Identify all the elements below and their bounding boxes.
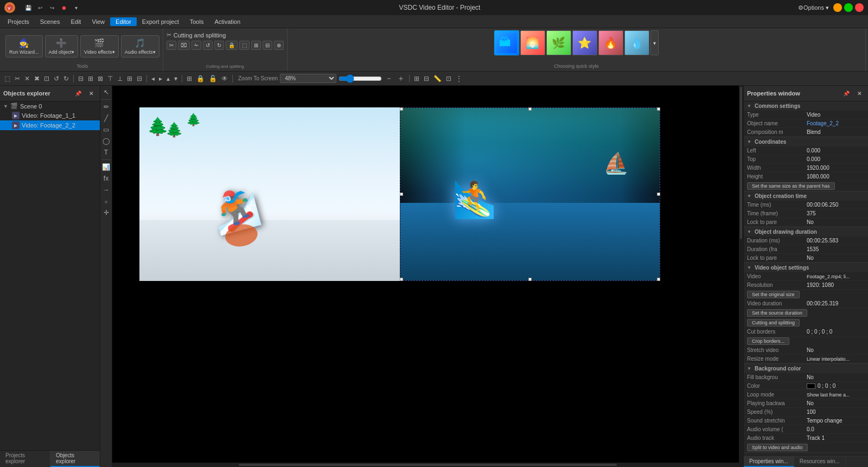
quick-style-4[interactable]: ⭐ bbox=[572, 30, 597, 55]
quick-access-btn[interactable]: 💾 bbox=[23, 2, 34, 13]
maximize-btn[interactable] bbox=[844, 3, 853, 12]
set-source-dur-btn[interactable]: Set the source duration bbox=[747, 309, 807, 317]
video-settings-header[interactable]: ▼Video object settings bbox=[744, 263, 868, 272]
menu-activation[interactable]: Activation bbox=[209, 17, 246, 26]
split-audio-btn[interactable]: Split to video and audio bbox=[747, 444, 808, 451]
ellipse-tool[interactable]: ◯ bbox=[101, 136, 112, 146]
undo-tool[interactable]: ↺ bbox=[53, 74, 60, 84]
lock-tool[interactable]: 🔒 bbox=[195, 74, 206, 84]
background-color-header[interactable]: ▼Background color bbox=[744, 364, 868, 373]
tab-properties-window[interactable]: Properties win... bbox=[744, 457, 794, 467]
undo-cut-btn[interactable]: ↺ bbox=[203, 41, 213, 50]
menu-edit[interactable]: Edit bbox=[65, 17, 86, 26]
pin-properties-btn[interactable]: 📌 bbox=[841, 88, 852, 99]
audio-effects-btn[interactable]: 🎵 Audio effects▾ bbox=[121, 35, 159, 57]
set-original-size-btn[interactable]: Set the original size bbox=[747, 291, 800, 298]
align-left-tool[interactable]: ⊟ bbox=[77, 74, 85, 84]
move-up-tool[interactable]: ▴ bbox=[165, 74, 171, 84]
split-btn[interactable]: ⌧ bbox=[178, 41, 190, 50]
group-tool[interactable]: ⊞ bbox=[186, 74, 193, 84]
quick-style-2[interactable]: 🌅 bbox=[520, 30, 545, 55]
prev-frame-tool[interactable]: ◂ bbox=[150, 74, 156, 84]
v-scrollbar-thumb[interactable] bbox=[740, 87, 742, 239]
zoom-in-tool[interactable]: ＋ bbox=[396, 73, 406, 85]
menu-editor[interactable]: Editor bbox=[110, 17, 137, 26]
align-right-tool[interactable]: ⊠ bbox=[97, 74, 104, 84]
move-down-tool[interactable]: ▾ bbox=[173, 74, 178, 84]
expand-btn[interactable]: ⊕ bbox=[274, 41, 284, 50]
tree-item-footage1[interactable]: ▶ Video: Footage_1_1 bbox=[0, 111, 100, 120]
lock-btn[interactable]: 🔒 bbox=[226, 41, 238, 50]
tree-item-footage2[interactable]: ▶ Video: Footage_2_2 bbox=[0, 120, 100, 130]
chart-tool[interactable]: 📊 bbox=[101, 162, 112, 172]
same-size-btn[interactable]: Set the same size as the parent has bbox=[747, 182, 835, 190]
group-btn[interactable]: ⬚ bbox=[239, 41, 250, 50]
quick-style-5[interactable]: 🔥 bbox=[598, 30, 623, 55]
rect-tool[interactable]: ▭ bbox=[101, 124, 112, 135]
eye-tool[interactable]: 👁 bbox=[220, 74, 229, 84]
handle-ml[interactable] bbox=[400, 193, 403, 196]
lasso-tool[interactable]: ⬦ bbox=[101, 196, 112, 207]
arrow2-tool[interactable]: → bbox=[101, 184, 112, 195]
arrow-tool[interactable]: ↖ bbox=[101, 87, 112, 98]
pin-panel-btn[interactable]: 📌 bbox=[73, 88, 84, 99]
zoom-slider[interactable] bbox=[339, 74, 382, 83]
zoom-out-tool[interactable]: － bbox=[384, 73, 394, 85]
snapping-tool[interactable]: ⊞ bbox=[413, 74, 420, 84]
menu-view[interactable]: View bbox=[86, 17, 110, 26]
pen-tool[interactable]: ✏ bbox=[101, 101, 112, 112]
record-btn[interactable]: ⏺ bbox=[59, 2, 69, 13]
quick-style-3[interactable]: 🌿 bbox=[546, 30, 571, 55]
delete-tool[interactable]: ✕ bbox=[23, 74, 31, 84]
options-menu[interactable]: ⚙Options ▾ bbox=[798, 4, 829, 11]
more-btn[interactable]: ▾ bbox=[71, 2, 81, 13]
unlock-tool[interactable]: 🔓 bbox=[208, 74, 218, 84]
close-panel-btn[interactable]: ✕ bbox=[86, 88, 97, 99]
scene-expand-icon[interactable]: ▼ bbox=[3, 104, 8, 109]
tab-projects-explorer[interactable]: Projects explorer bbox=[0, 451, 50, 467]
crop-borders-btn[interactable]: Crop borders... bbox=[747, 337, 789, 345]
zoom-select[interactable]: 48% 25% 50% 75% 100% Zoom To Screen bbox=[280, 74, 336, 83]
merge-btn[interactable]: ⊞ bbox=[251, 41, 261, 50]
tab-resources-window[interactable]: Resources win... bbox=[794, 457, 846, 467]
move-tool[interactable]: ✛ bbox=[101, 207, 112, 218]
cut-tool[interactable]: ✂ bbox=[14, 74, 21, 84]
video-effects-btn[interactable]: 🎬 Video effects▾ bbox=[80, 35, 119, 57]
menu-scenes[interactable]: Scenes bbox=[35, 17, 66, 26]
close-properties-btn[interactable]: ✕ bbox=[854, 88, 865, 99]
handle-mr[interactable] bbox=[657, 193, 660, 196]
cross-tool[interactable]: ✖ bbox=[33, 74, 41, 84]
cut2-btn[interactable]: ✁ bbox=[192, 41, 201, 50]
handle-tm[interactable] bbox=[528, 107, 532, 111]
align-btn[interactable]: ⊟ bbox=[263, 41, 272, 50]
menu-export[interactable]: Export project bbox=[137, 17, 184, 26]
h-scrollbar-thumb[interactable] bbox=[239, 464, 617, 466]
next-frame-tool[interactable]: ▸ bbox=[158, 74, 163, 84]
drawing-duration-header[interactable]: ▼Object drawing duration bbox=[744, 227, 868, 236]
safe-zone-tool[interactable]: ⊡ bbox=[445, 74, 452, 84]
quick-style-6[interactable]: 💧 bbox=[624, 30, 649, 55]
select-tool[interactable]: ⬚ bbox=[3, 74, 11, 84]
grid-tool[interactable]: ⊟ bbox=[423, 74, 430, 84]
more-view-tool[interactable]: ⋮ bbox=[455, 74, 463, 84]
common-settings-header[interactable]: ▼Common settings bbox=[744, 101, 868, 111]
more-styles-btn[interactable]: ▾ bbox=[650, 30, 659, 55]
tab-objects-explorer[interactable]: Objects explorer bbox=[50, 451, 100, 467]
align-top-tool[interactable]: ⊤ bbox=[106, 74, 114, 84]
add-object-btn[interactable]: ➕ Add object▾ bbox=[45, 35, 79, 57]
quick-style-1[interactable]: 🏔 bbox=[494, 30, 519, 55]
cutting-splitting-btn[interactable]: Cutting and splitting bbox=[747, 319, 800, 327]
text-tool[interactable]: T bbox=[101, 147, 112, 158]
coordinates-header[interactable]: ▼Coordinates bbox=[744, 137, 868, 146]
distribute-v-tool[interactable]: ⊟ bbox=[136, 74, 143, 84]
color-swatch[interactable] bbox=[807, 383, 815, 389]
line-tool[interactable]: ╱ bbox=[101, 113, 112, 124]
v-scrollbar[interactable] bbox=[739, 86, 743, 467]
menu-projects[interactable]: Projects bbox=[2, 17, 35, 26]
redo-cut-btn[interactable]: ↻ bbox=[214, 41, 224, 50]
canvas-viewport[interactable]: 🌲 🌲 🌲 🏂 bbox=[112, 86, 743, 467]
h-scrollbar[interactable] bbox=[112, 463, 743, 467]
handle-bm[interactable] bbox=[528, 278, 532, 281]
select-all-tool[interactable]: ⊡ bbox=[43, 74, 50, 84]
tree-item-scene[interactable]: ▼ 🎬 Scene 0 bbox=[0, 101, 100, 111]
